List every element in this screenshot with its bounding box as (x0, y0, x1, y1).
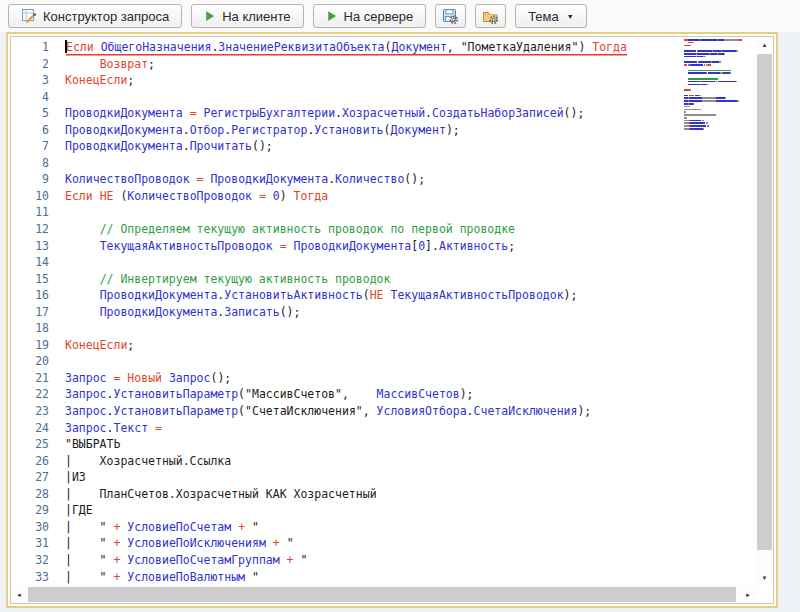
minimap[interactable] (684, 39, 752, 131)
line-number: 1 (11, 39, 49, 56)
line-number: 16 (11, 287, 49, 304)
folder-settings-button[interactable] (475, 4, 506, 28)
line-number: 28 (11, 486, 49, 503)
theme-label: Тема (528, 9, 559, 24)
scroll-down-button[interactable]: ▼ (756, 570, 773, 586)
line-number: 4 (11, 89, 49, 106)
code-line[interactable]: ПроводкиДокумента.Прочитать(); (65, 138, 756, 155)
theme-dropdown[interactable]: Тема ▼ (515, 4, 587, 28)
code-line[interactable]: | Хозрасчетный.Ссылка (65, 453, 756, 470)
run-on-client-label: На клиенте (222, 9, 290, 24)
code-line[interactable]: ПроводкиДокумента.УстановитьАктивность(Н… (65, 287, 756, 304)
save-gear-icon (442, 8, 459, 25)
code-line[interactable] (65, 89, 756, 106)
code-line[interactable]: ТекущаяАктивностьПроводок = ПроводкиДоку… (65, 238, 756, 255)
line-number: 9 (11, 171, 49, 188)
code-line[interactable]: | " + УсловиеПоСчетамГруппам + " (65, 552, 756, 569)
line-number: 15 (11, 271, 49, 288)
code-line[interactable]: КонецЕсли; (65, 72, 756, 89)
line-number: 29 (11, 502, 49, 519)
scroll-left-button[interactable]: ◄ (11, 586, 27, 603)
toolbar: Конструктор запроса На клиенте На сервер… (0, 0, 800, 32)
scroll-right-button[interactable]: ► (740, 586, 756, 603)
line-number: 3 (11, 72, 49, 89)
arrow-down-icon: ▼ (762, 575, 768, 581)
code-line[interactable]: ПроводкиДокумента.Отбор.Регистратор.Уста… (65, 122, 756, 139)
code-line[interactable]: |ГДЕ (65, 502, 756, 519)
horizontal-scroll-thumb[interactable] (28, 587, 736, 602)
run-on-server-label: На сервере (344, 9, 414, 24)
save-settings-button[interactable] (435, 4, 466, 28)
code-line[interactable] (65, 254, 756, 271)
code-line[interactable]: // Определяем текущую активность проводо… (65, 221, 756, 238)
editor-inner: 1234567891011121314151617181920212223242… (10, 36, 774, 604)
code-line[interactable]: Запрос.УстановитьПараметр("МассивСчетов"… (65, 386, 756, 403)
code-line[interactable]: КоличествоПроводок = ПроводкиДокумента.К… (65, 171, 756, 188)
query-builder-button[interactable]: Конструктор запроса (8, 4, 182, 28)
gutter: 1234567891011121314151617181920212223242… (11, 39, 63, 586)
run-on-server-button[interactable]: На сервере (313, 4, 427, 28)
line-number: 22 (11, 386, 49, 403)
line-number: 30 (11, 519, 49, 536)
code-area[interactable]: Если ОбщегоНазначения.ЗначениеРеквизитаО… (65, 39, 756, 586)
line-number: 21 (11, 370, 49, 387)
line-number: 19 (11, 337, 49, 354)
vertical-scrollbar[interactable]: ▲ ▼ (756, 37, 773, 586)
line-number: 13 (11, 238, 49, 255)
code-line[interactable]: | " + УсловиеПоСчетам + " (65, 519, 756, 536)
line-number: 26 (11, 453, 49, 470)
line-number: 11 (11, 204, 49, 221)
line-number: 20 (11, 353, 49, 370)
code-line[interactable]: // Инвертируем текущую активность провод… (65, 271, 756, 288)
play-icon (204, 10, 216, 22)
line-number: 2 (11, 56, 49, 73)
horizontal-scrollbar[interactable]: ◄ ► (11, 586, 756, 603)
line-number: 6 (11, 122, 49, 139)
code-line[interactable]: Запрос.УстановитьПараметр("СчетаИсключен… (65, 403, 756, 420)
code-line[interactable]: | ПланСчетов.Хозрасчетный КАК Хозрасчетн… (65, 486, 756, 503)
code-line[interactable]: Запрос = Новый Запрос(); (65, 370, 756, 387)
code-line[interactable]: Запрос.Текст = (65, 420, 756, 437)
arrow-right-icon: ► (745, 592, 751, 598)
line-number: 8 (11, 155, 49, 172)
query-builder-label: Конструктор запроса (43, 9, 169, 24)
code-line[interactable]: КонецЕсли; (65, 337, 756, 354)
play-icon (326, 10, 338, 22)
line-number: 33 (11, 569, 49, 586)
code-line[interactable]: Если НЕ (КоличествоПроводок = 0) Тогда (65, 188, 756, 205)
code-line[interactable] (65, 155, 756, 172)
run-on-client-button[interactable]: На клиенте (191, 4, 303, 28)
code-line[interactable] (65, 204, 756, 221)
line-number: 12 (11, 221, 49, 238)
code-line[interactable]: ПроводкиДокумента.Записать(); (65, 304, 756, 321)
line-number: 14 (11, 254, 49, 271)
code-line[interactable] (65, 320, 756, 337)
line-number: 18 (11, 320, 49, 337)
line-number: 10 (11, 188, 49, 205)
folder-gear-icon (482, 8, 499, 25)
code-line[interactable]: ПроводкиДокумента = РегистрыБухгалтерии.… (65, 105, 756, 122)
code-line[interactable]: | " + УсловиеПоИсключениям + " (65, 535, 756, 552)
line-number: 27 (11, 469, 49, 486)
code-line[interactable]: |ИЗ (65, 469, 756, 486)
line-number: 31 (11, 535, 49, 552)
scroll-up-button[interactable]: ▲ (756, 37, 773, 53)
code-line[interactable]: "ВЫБРАТЬ (65, 436, 756, 453)
chevron-down-icon: ▼ (567, 13, 574, 20)
code-line[interactable]: Если ОбщегоНазначения.ЗначениеРеквизитаО… (65, 39, 756, 56)
line-number: 7 (11, 138, 49, 155)
code-line[interactable]: Возврат; (65, 56, 756, 73)
page: Конструктор запроса На клиенте На сервер… (0, 0, 800, 612)
code-editor: 1234567891011121314151617181920212223242… (6, 32, 778, 608)
line-number: 17 (11, 304, 49, 321)
line-number: 32 (11, 552, 49, 569)
line-number: 5 (11, 105, 49, 122)
line-number: 25 (11, 436, 49, 453)
line-number: 23 (11, 403, 49, 420)
arrow-up-icon: ▲ (762, 42, 768, 48)
vertical-scroll-thumb[interactable] (757, 54, 772, 550)
code-line[interactable]: | " + УсловиеПоВалютным " (65, 569, 756, 586)
arrow-left-icon: ◄ (16, 592, 22, 598)
line-number: 24 (11, 420, 49, 437)
code-line[interactable] (65, 353, 756, 370)
